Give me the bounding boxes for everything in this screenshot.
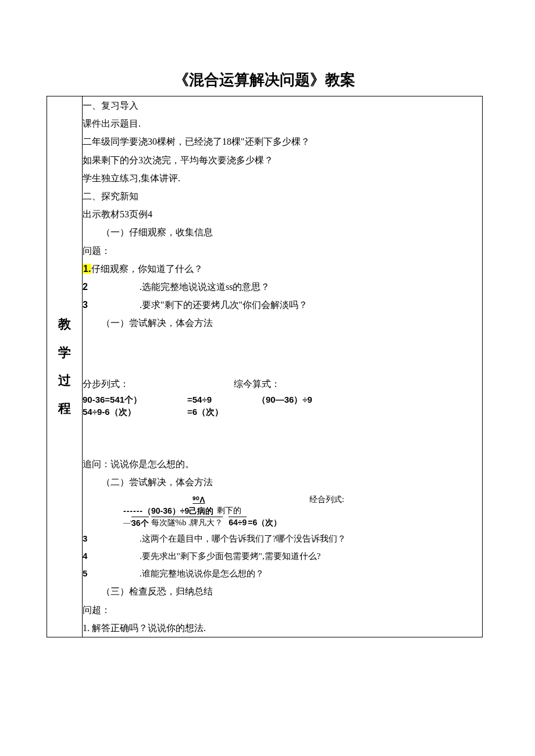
bottom-b: 每次隧%b .牌凡大？ (151, 517, 223, 529)
side-label-cell: 教学过程 (47, 96, 83, 637)
sub-mark: —ᵛ (123, 518, 131, 527)
diagram-block: ⁹⁰Λ 经合列式: ------ （90-36）÷9己病的 剩下的 —ᵛ 36个… (123, 495, 482, 529)
subsection-heading: （二）尝试解决，体会方法 (83, 473, 482, 491)
text-line: 如果剩下的分3次浇完，平均每次要浇多少棵？ (83, 151, 482, 169)
text-line: 出示教材53页例4 (83, 205, 482, 223)
question-text: .选能完整地说说这道ss的意思？ (140, 278, 270, 296)
question-text: .这两个在题目中，哪个告诉我们了?哪个没告诉我们？ (140, 531, 346, 547)
diagram-top: ⁹⁰Λ (123, 495, 274, 506)
section-1-heading: 一、复习导入 (83, 96, 482, 114)
page: 《混合运算解决问题》教案 教学过程 一、复习导入 课件出示题目. 二年级同学要浇… (0, 0, 535, 661)
calc-row: 90-36=541个） =54÷9 （90—36）÷9 (83, 393, 482, 406)
question-item: 3 .这两个在题目中，哪个告诉我们了?哪个没告诉我们？ (83, 530, 482, 547)
label-step: 分步列式： (83, 375, 187, 393)
eq2: =6（次） (248, 517, 281, 528)
calc-cell: 90-36=541个） (83, 393, 187, 406)
highlight-number: 1. (83, 264, 91, 274)
calc-labels: 分步列式： 综今算式： (83, 375, 482, 393)
item-number: 5 (83, 565, 93, 582)
vertical-space (83, 420, 482, 455)
text-segment: 剩下的 (217, 506, 241, 517)
label: 问超： (83, 601, 482, 619)
text-line: 学生独立练习,集体讲评. (83, 169, 482, 187)
question-text: 仔细观察，你知道了什么？ (91, 264, 203, 274)
question-item: 1.仔细观察，你知道了什么？ (83, 260, 482, 278)
calc-row: 54÷9-6（次） =6（次） (83, 406, 482, 418)
diagram-row: —ᵛ 36个 每次隧%b .牌凡大？ 64÷9 =6（次） (123, 517, 482, 529)
follow-up: 追问：说说你是怎么想的。 (83, 455, 482, 473)
diagram-row: ------ （90-36）÷9己病的 剩下的 (123, 506, 482, 517)
combo-label: 经合列式: (309, 495, 344, 506)
content-cell: 一、复习导入 课件出示题目. 二年级同学要浇30棵树，已经浇了18棵"还剩下多少… (83, 96, 483, 637)
question-item: 4 .要先求出"剩下多少面包需要烤",需要知道什么? (83, 547, 482, 565)
question-item: 3 .要求"剩下的还要烤几次"你们会解淡吗？ (83, 296, 482, 314)
subsection-heading: （一）尝试解决，体会方法 (83, 314, 482, 332)
calc-cell: =54÷9 (187, 393, 257, 406)
side-label: 教学过程 (47, 310, 82, 423)
question-item: 1. 解答正确吗？说说你的想法. (83, 619, 482, 637)
text-line: 课件出示题目. (83, 114, 482, 132)
calculation-block: 分步列式： 综今算式： 90-36=541个） =54÷9 （90—36）÷9 … (83, 375, 482, 417)
label-combined: 综今算式： (187, 375, 482, 393)
question-text: .要求"剩下的还要烤几次"你们会解淡吗？ (140, 296, 308, 314)
label: 问题： (83, 242, 482, 260)
eq1: 64÷9 (229, 517, 247, 528)
calc-cell: 54÷9-6（次） (83, 406, 187, 418)
expr-segment: （90-36）÷9己病的 (143, 506, 213, 517)
subsection-heading: （一）仔细观察，收集信息 (83, 223, 482, 241)
bottom-a: 36个 (131, 517, 149, 529)
main-table: 教学过程 一、复习导入 课件出示题目. 二年级同学要浇30棵树，已经浇了18棵"… (47, 96, 483, 637)
section-2-heading: 二、探究新知 (83, 187, 482, 205)
vertical-space (83, 332, 482, 372)
calc-cell: （90—36）÷9 (257, 393, 482, 406)
calc-cell: =6（次） (187, 406, 257, 418)
subsection-heading: （三）检查反恐，归纳总结 (83, 582, 482, 600)
calc-cell (257, 406, 482, 418)
document-title: 《混合运算解决问题》教案 (47, 70, 483, 90)
item-number: 4 (83, 547, 93, 564)
question-item: 2 .选能完整地说说这道ss的意思？ (83, 278, 482, 296)
item-number: 3 (83, 296, 93, 314)
question-text: .要先求出"剩下多少面包需要烤",需要知道什么? (140, 548, 320, 565)
item-number: 3 (83, 530, 93, 547)
item-number: 2 (83, 278, 93, 296)
question-item: 5 .谁能完整地说说你是怎么想的？ (83, 565, 482, 582)
text-line: 二年级同学要浇30棵树，已经浇了18棵"还剩下多少棵？ (83, 132, 482, 151)
question-text: .谁能完整地说说你是怎么想的？ (140, 565, 264, 582)
dash-segment: ------ (123, 506, 143, 517)
